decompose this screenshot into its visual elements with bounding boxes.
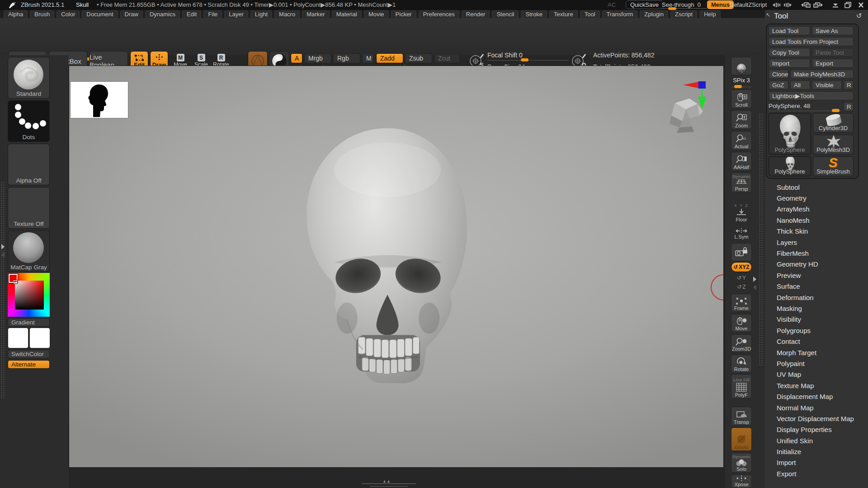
subpalette-header[interactable]: Polypaint <box>765 358 862 369</box>
menu-item[interactable]: Stencil <box>492 10 519 18</box>
goz-visible-button[interactable]: Visible <box>812 80 842 89</box>
zoom-button[interactable]: Zoom <box>731 110 752 129</box>
switchcolor-button[interactable]: SwitchColor <box>8 350 50 358</box>
menu-item[interactable]: Marker <box>302 10 329 18</box>
subpalette-header[interactable]: Preview <box>765 270 862 281</box>
subpalette-header[interactable]: Texture Map <box>765 380 862 391</box>
export-button[interactable]: Export <box>812 59 854 68</box>
goz-all-button[interactable]: All <box>790 80 810 89</box>
dock-left-icon[interactable] <box>800 2 811 8</box>
right-tray-expand-icon[interactable] <box>753 277 756 282</box>
current-tool-thumbnail[interactable]: PolySphere <box>769 113 811 155</box>
menu-item[interactable]: Zplugin <box>640 10 668 18</box>
subpalette-header[interactable]: Export <box>765 468 862 479</box>
scroll-button[interactable]: Scroll <box>731 89 752 108</box>
floor-button[interactable]: X Y Z Floor <box>731 197 752 223</box>
camera-lock-button[interactable] <box>731 243 752 261</box>
ghost-button[interactable]: Ghost <box>731 427 752 451</box>
menu-item[interactable]: Brush <box>30 10 54 18</box>
subpalette-header[interactable]: Layers <box>765 237 862 248</box>
simplebrush-tool[interactable]: S SimpleBrush <box>813 156 854 176</box>
subpalette-header[interactable]: Subtool <box>765 182 862 192</box>
document-canvas[interactable] <box>69 66 724 468</box>
subpalette-header[interactable]: ArrayMesh <box>765 204 862 215</box>
copy-tool-button[interactable]: Copy Tool <box>769 48 810 57</box>
subpalette-header[interactable]: Deformation <box>765 292 862 303</box>
alternate-button[interactable]: Alternate <box>8 360 50 369</box>
aahalf-button[interactable]: AAHalf <box>731 152 752 171</box>
zcut-button[interactable]: Zcut <box>434 53 460 63</box>
menu-item[interactable]: Movie <box>364 10 389 18</box>
rotate3d-button[interactable]: Rotate <box>731 355 752 373</box>
make-polymesh3d-button[interactable]: Make PolyMesh3D <box>790 70 854 79</box>
current-brush-thumbnail[interactable]: Standard <box>8 57 50 99</box>
zsub-button[interactable]: Zsub <box>405 53 432 63</box>
goz-r-button[interactable]: R <box>844 80 854 89</box>
menu-item[interactable]: Zscript <box>670 10 697 18</box>
restore-window-icon[interactable] <box>844 2 851 8</box>
main-color-swatch[interactable] <box>8 328 28 348</box>
dock-right-icon[interactable] <box>813 2 824 8</box>
menu-item[interactable]: Help <box>699 10 721 18</box>
right-tray-divider[interactable] <box>759 113 763 366</box>
rotate-xyz-button[interactable]: ↺ XYZ <box>731 262 752 272</box>
timeline-arrows-icon[interactable]: ▲▲ <box>382 479 391 483</box>
quicksave-button[interactable]: QuickSave <box>626 0 663 9</box>
subpalette-header[interactable]: Displacement Map <box>765 391 862 402</box>
subpalette-header[interactable]: Polygroups <box>765 325 862 336</box>
subpalette-header[interactable]: Initialize <box>765 446 862 457</box>
color-picker[interactable] <box>8 273 50 317</box>
subpalette-header[interactable]: Vector Displacement Map <box>765 413 862 424</box>
subpalette-header[interactable]: Visibility <box>765 314 862 325</box>
subpalette-header[interactable]: Geometry <box>765 192 862 203</box>
m-button[interactable]: M <box>362 53 374 63</box>
paste-tool-button[interactable]: Paste Tool <box>812 48 854 57</box>
subpalette-header[interactable]: Normal Map <box>765 402 862 413</box>
menu-item[interactable]: Macro <box>274 10 300 18</box>
menu-item[interactable]: Stroke <box>521 10 547 18</box>
solo-button[interactable]: Dynamic Solo <box>731 453 752 473</box>
menu-item[interactable]: Render <box>462 10 490 18</box>
mrgb-button[interactable]: Mrgb <box>304 53 331 63</box>
rotate-y-button[interactable]: ↺Y <box>731 274 752 282</box>
xpose-button[interactable]: Xpose <box>731 474 752 488</box>
menu-item[interactable]: Transform <box>602 10 638 18</box>
menu-item[interactable]: Material <box>332 10 362 18</box>
right-tray-collapse-icon[interactable] <box>753 285 756 290</box>
menu-item[interactable]: Color <box>57 10 80 18</box>
goz-button[interactable]: GoZ <box>769 80 788 89</box>
polyf-button[interactable]: Line Fill PolyF <box>731 374 752 399</box>
menu-item[interactable]: Light <box>250 10 272 18</box>
secondary-color-swatch[interactable] <box>30 328 50 348</box>
subpalette-header[interactable]: Unified Skin <box>765 435 862 446</box>
subpalette-header[interactable]: UV Map <box>765 369 862 380</box>
spix-slider[interactable]: SPix 3 <box>729 77 754 84</box>
clone-button[interactable]: Clone <box>769 70 788 79</box>
subpalette-header[interactable]: Display Properties <box>765 424 862 435</box>
cylinder3d-tool[interactable]: Cylinder3D <box>813 113 854 133</box>
menu-item[interactable]: Edit <box>182 10 201 18</box>
polymesh3d-tool[interactable]: PolyMesh3D <box>813 135 854 155</box>
subpalette-header[interactable]: Masking <box>765 303 862 314</box>
bpr-button[interactable]: BPR <box>731 57 752 75</box>
menu-item[interactable]: Alpha <box>4 10 28 18</box>
tray-collapse-arrow-icon[interactable] <box>1 252 5 258</box>
menu-item[interactable]: Picker <box>391 10 416 18</box>
subpalette-header[interactable]: Thick Skin <box>765 226 862 237</box>
tray-slide-right-icon[interactable] <box>783 2 794 8</box>
menu-item[interactable]: Tool <box>580 10 600 18</box>
tray-slide-left-icon[interactable] <box>770 2 781 8</box>
restore-configuration-icon[interactable]: ↺ <box>856 12 862 20</box>
minimize-icon[interactable] <box>832 2 839 8</box>
subpalette-header[interactable]: FiberMesh <box>765 248 862 258</box>
gradient-button[interactable]: Gradient <box>8 318 50 327</box>
subpalette-header[interactable]: Geometry HD <box>765 259 862 270</box>
lsym-button[interactable]: L.Sym <box>731 225 752 240</box>
persp-button[interactable]: Dynamic Persp <box>731 173 752 192</box>
menu-item[interactable]: Preferences <box>419 10 459 18</box>
actual-button[interactable]: x1 Actual <box>731 131 752 150</box>
subpalette-header[interactable]: NanoMesh <box>765 215 862 225</box>
import-button[interactable]: Import <box>769 59 810 68</box>
menu-item[interactable]: Texture <box>549 10 578 18</box>
skull-model[interactable] <box>290 124 485 385</box>
